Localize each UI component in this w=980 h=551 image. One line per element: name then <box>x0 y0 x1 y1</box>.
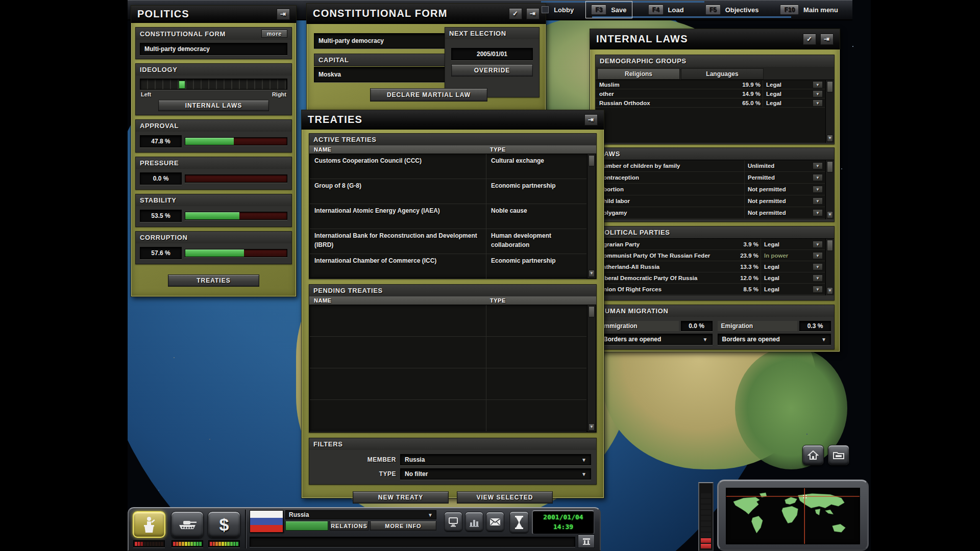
law-row[interactable]: Abortion Not permitted ▼ <box>596 184 825 195</box>
chat-button[interactable] <box>444 512 462 532</box>
override-button[interactable]: OVERRIDE <box>451 64 533 77</box>
member-filter-value: Russia <box>405 456 425 463</box>
menu-item-label: Load <box>668 6 684 14</box>
screen: Lobby F3 Save F4 Load F5 Objectives <box>0 0 980 551</box>
scrollbar-thumb[interactable] <box>589 306 595 317</box>
treaty-row[interactable]: International Atomic Energy Agency (IAEA… <box>310 204 586 229</box>
new-treaty-button[interactable]: NEW TREATY <box>353 491 449 504</box>
law-row[interactable]: Number of children by family Unlimited ▼ <box>596 160 825 172</box>
party-row[interactable]: Union Of Right Forces 8.5 % Legal ▼ <box>596 284 825 295</box>
exit-arrow-icon[interactable]: ⇥ <box>584 114 598 126</box>
chevron-down-icon[interactable]: ▼ <box>813 197 823 205</box>
lobby-button[interactable]: Lobby <box>542 6 574 14</box>
chevron-down-icon[interactable]: ▼ <box>813 263 823 270</box>
chevron-down-icon[interactable]: ▼ <box>813 162 823 169</box>
scrollbar[interactable]: ▼ <box>825 239 834 295</box>
exit-arrow-icon[interactable]: ⇥ <box>526 8 540 19</box>
chevron-down-icon[interactable]: ▼ <box>813 274 823 282</box>
declare-martial-law-button[interactable]: DECLARE MARTIAL LAW <box>370 88 487 102</box>
scroll-down-icon[interactable]: ▼ <box>827 287 833 294</box>
scrollbar-thumb[interactable] <box>827 161 833 172</box>
chevron-down-icon[interactable]: ▼ <box>813 186 823 193</box>
emigration-policy-dropdown[interactable]: Borders are opened ▼ <box>718 334 831 345</box>
message-input-strip[interactable] <box>250 537 575 547</box>
treaty-row[interactable]: Customs Cooperation Council (CCC) Cultur… <box>310 154 586 179</box>
tab-religions[interactable]: Religions <box>597 68 680 80</box>
religions-list: ▼ Muslim 19.9 % Legal ▼ other 14.9 % <box>596 80 834 143</box>
religion-row[interactable]: Russian Orthodox 65.0 % Legal ▼ <box>596 98 825 108</box>
treaty-row[interactable]: International Bank for Reconstruction an… <box>310 229 586 254</box>
internal-laws-title: INTERNAL LAWS <box>596 33 688 45</box>
treaties-button[interactable]: TREATIES <box>168 274 259 287</box>
check-icon[interactable]: ✓ <box>803 34 816 45</box>
scrollbar[interactable]: ▼ <box>587 154 596 278</box>
scrollbar-thumb[interactable] <box>827 81 833 92</box>
scroll-down-icon[interactable]: ▼ <box>827 211 833 218</box>
mail-button[interactable] <box>486 512 504 532</box>
religion-row[interactable]: other 14.9 % Legal ▼ <box>596 89 825 98</box>
check-icon[interactable]: ✓ <box>509 8 522 19</box>
scroll-down-icon[interactable]: ▼ <box>589 423 595 431</box>
bookmarks-button[interactable] <box>828 445 849 465</box>
internal-laws-button[interactable]: INTERNAL LAWS <box>158 100 269 111</box>
scrollbar[interactable]: ▼ <box>587 305 596 432</box>
chevron-down-icon[interactable]: ▼ <box>813 252 823 259</box>
chevron-down-icon[interactable]: ▼ <box>813 99 823 107</box>
table-row <box>310 305 586 337</box>
chevron-down-icon[interactable]: ▼ <box>813 241 823 248</box>
minimap[interactable] <box>726 488 860 544</box>
scrollbar[interactable]: ▼ <box>825 80 834 143</box>
tab-languages[interactable]: Languages <box>681 68 764 80</box>
religion-row[interactable]: Muslim 19.9 % Legal ▼ <box>596 80 825 89</box>
led-segment <box>152 542 155 546</box>
monitor-icon <box>448 516 459 528</box>
chevron-down-icon[interactable]: ▼ <box>813 286 823 293</box>
exit-arrow-icon[interactable]: ⇥ <box>820 34 834 45</box>
country-selector[interactable]: Russia ▼ <box>285 510 436 519</box>
economy-mode-button[interactable]: $ <box>208 511 240 538</box>
party-row[interactable]: Agrarian Party 3.9 % Legal ▼ <box>596 239 825 250</box>
exit-arrow-icon[interactable]: ⇥ <box>277 9 290 20</box>
chevron-down-icon[interactable]: ▼ <box>813 90 823 97</box>
party-row[interactable]: Liberal Democratic Party Of Russia 12.0 … <box>596 272 825 284</box>
scroll-down-icon[interactable]: ▼ <box>827 135 833 142</box>
message-log-button[interactable] <box>578 535 595 548</box>
relations-button[interactable]: RELATIONS <box>330 521 369 531</box>
party-row[interactable]: Fatherland-All Russia 13.3 % Legal ▼ <box>596 261 825 272</box>
scrollbar-thumb[interactable] <box>589 155 595 166</box>
menu-item[interactable]: F4 Load <box>644 3 688 17</box>
treaty-row[interactable]: Group of 8 (G-8) Economic partnership <box>310 179 586 204</box>
scroll-down-icon[interactable]: ▼ <box>589 270 595 277</box>
stats-button[interactable] <box>465 512 483 532</box>
law-row[interactable]: Polygamy Not permitted ▼ <box>596 207 825 219</box>
immigration-policy-dropdown[interactable]: Borders are opened ▼ <box>599 334 713 345</box>
chevron-down-icon[interactable]: ▼ <box>813 174 823 181</box>
view-selected-button[interactable]: VIEW SELECTED <box>457 491 553 504</box>
member-filter-dropdown[interactable]: Russia ▼ <box>400 454 591 465</box>
ideology-slider[interactable] <box>140 79 287 90</box>
zoom-gauge[interactable] <box>698 482 714 551</box>
party-row[interactable]: Communist Party Of The Russian Feder 23.… <box>596 250 825 261</box>
politics-mode-button[interactable] <box>133 511 165 538</box>
home-view-button[interactable] <box>802 445 824 465</box>
form-dropdown[interactable]: Multi-party democracy ▼ <box>314 33 463 48</box>
type-filter-dropdown[interactable]: No filter ▼ <box>400 468 591 480</box>
more-info-button[interactable]: MORE INFO <box>370 521 436 531</box>
menu-item[interactable]: F5 Objectives <box>701 3 763 17</box>
law-row[interactable]: Child labor Not permitted ▼ <box>596 195 825 207</box>
chevron-down-icon[interactable]: ▼ <box>813 209 823 216</box>
menu-item[interactable]: F10 Main menu <box>776 3 842 17</box>
law-row[interactable]: Contraception Permitted ▼ <box>596 172 825 184</box>
chevron-down-icon[interactable]: ▼ <box>813 81 823 88</box>
ideology-slider-knob[interactable] <box>179 81 185 89</box>
treaty-name: International Bank for Reconstruction an… <box>310 229 486 254</box>
more-button[interactable]: more <box>261 30 287 38</box>
capital-dropdown[interactable]: Moskva ▼ <box>314 67 463 82</box>
treaty-row[interactable]: International Chamber of Commerce (ICC) … <box>310 254 586 279</box>
military-mode-button[interactable] <box>171 511 204 538</box>
scrollbar[interactable]: ▼ <box>825 160 834 219</box>
menu-item[interactable]: F3 Save <box>587 3 630 17</box>
time-control-button[interactable] <box>509 511 529 534</box>
led-segment <box>138 542 140 546</box>
scrollbar-thumb[interactable] <box>827 240 833 251</box>
